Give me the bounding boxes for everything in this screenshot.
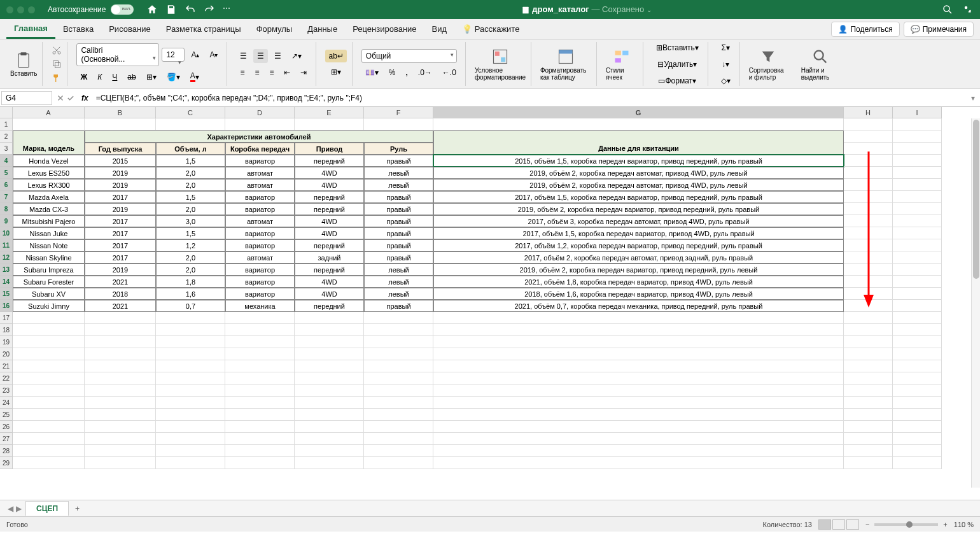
- cell[interactable]: [364, 384, 433, 397]
- cell[interactable]: Nissan Note: [13, 239, 85, 251]
- cell[interactable]: передний: [295, 191, 364, 203]
- cell[interactable]: [844, 397, 893, 409]
- inc-dec-icon[interactable]: .0→: [414, 66, 436, 80]
- indent-dec-icon[interactable]: ⇤: [280, 66, 294, 80]
- cell[interactable]: правый: [364, 239, 433, 251]
- cell[interactable]: [85, 397, 156, 409]
- cell[interactable]: [295, 348, 364, 360]
- cell[interactable]: [893, 384, 942, 397]
- cell[interactable]: [85, 336, 156, 348]
- view-buttons[interactable]: [818, 519, 859, 530]
- cell[interactable]: [85, 118, 156, 130]
- cell[interactable]: [225, 118, 295, 130]
- cell[interactable]: Марка, модель: [13, 143, 85, 155]
- tab-data[interactable]: Данные: [300, 20, 345, 38]
- cell[interactable]: [844, 324, 893, 336]
- column-headers[interactable]: ABCDEFGHI: [13, 107, 942, 118]
- cell[interactable]: левый: [364, 264, 433, 276]
- cell[interactable]: 0,7: [156, 300, 225, 312]
- cell[interactable]: [225, 433, 295, 445]
- cell[interactable]: Mazda CX-3: [13, 203, 85, 215]
- cell[interactable]: 2,0: [156, 203, 225, 215]
- cell[interactable]: 4WD: [295, 276, 364, 288]
- cell[interactable]: 1,8: [156, 276, 225, 288]
- cell[interactable]: [844, 445, 893, 457]
- cell[interactable]: [225, 336, 295, 348]
- row-headers[interactable]: 1234567891011121314151617181920212223242…: [0, 118, 13, 469]
- cell[interactable]: [844, 421, 893, 433]
- cell[interactable]: 1,6: [156, 288, 225, 300]
- cell[interactable]: [85, 445, 156, 457]
- cell[interactable]: 2019, объём 2, коробка передач автомат, …: [433, 167, 844, 179]
- fill-color-button[interactable]: 🪣▾: [163, 70, 184, 84]
- cell[interactable]: [433, 433, 844, 445]
- cell[interactable]: 2017, объём 1,5, коробка передач вариато…: [433, 227, 844, 239]
- cell[interactable]: 2019, объём 2, коробка передач вариатор,…: [433, 203, 844, 215]
- cell[interactable]: левый: [364, 288, 433, 300]
- sort-filter-button[interactable]: Сортировка и фильтр: [749, 48, 787, 81]
- fill-icon[interactable]: ↓▾: [717, 57, 734, 71]
- cell[interactable]: Subaru Impreza: [13, 264, 85, 276]
- cell[interactable]: [433, 324, 844, 336]
- cell[interactable]: [156, 457, 225, 469]
- cell[interactable]: [893, 227, 942, 239]
- underline-button[interactable]: Ч: [108, 70, 121, 84]
- cell[interactable]: [893, 179, 942, 191]
- format-painter-icon[interactable]: [52, 73, 62, 83]
- cell-styles-button[interactable]: Стили ячеек: [606, 48, 638, 81]
- cell[interactable]: автомат: [225, 179, 295, 191]
- cell[interactable]: [156, 397, 225, 409]
- cell[interactable]: [433, 118, 844, 130]
- cell[interactable]: 2017: [85, 227, 156, 239]
- cell[interactable]: [844, 457, 893, 469]
- cell[interactable]: передний: [295, 203, 364, 215]
- indent-inc-icon[interactable]: ⇥: [297, 66, 311, 80]
- cell[interactable]: [13, 409, 85, 421]
- undo-icon[interactable]: [185, 4, 196, 15]
- cell[interactable]: [85, 421, 156, 433]
- cell[interactable]: вариатор: [225, 227, 295, 239]
- cell[interactable]: автомат: [225, 251, 295, 264]
- cell[interactable]: [893, 288, 942, 300]
- redo-icon[interactable]: [204, 4, 215, 15]
- tab-home[interactable]: Главная: [6, 20, 55, 39]
- save-icon[interactable]: [165, 4, 177, 15]
- cell[interactable]: [893, 457, 942, 469]
- cell[interactable]: 1,5: [156, 155, 225, 167]
- cell[interactable]: [295, 372, 364, 384]
- cell[interactable]: Привод: [295, 143, 364, 155]
- cell[interactable]: правый: [364, 191, 433, 203]
- cell[interactable]: [225, 312, 295, 324]
- cell[interactable]: [13, 457, 85, 469]
- cell[interactable]: [433, 457, 844, 469]
- cell[interactable]: [364, 312, 433, 324]
- cell[interactable]: вариатор: [225, 264, 295, 276]
- cell[interactable]: [85, 324, 156, 336]
- cell[interactable]: передний: [295, 300, 364, 312]
- percent-icon[interactable]: %: [385, 66, 400, 80]
- cell[interactable]: [85, 372, 156, 384]
- cell[interactable]: [85, 348, 156, 360]
- cell[interactable]: [433, 421, 844, 433]
- cell[interactable]: [85, 457, 156, 469]
- cell[interactable]: [13, 118, 85, 130]
- cell[interactable]: [364, 324, 433, 336]
- cell[interactable]: [156, 409, 225, 421]
- cell[interactable]: [893, 276, 942, 288]
- cell[interactable]: [364, 421, 433, 433]
- cell[interactable]: Год выпуска: [85, 143, 156, 155]
- cell[interactable]: [893, 324, 942, 336]
- share-button[interactable]: 👤Поделиться: [831, 22, 899, 37]
- cell[interactable]: 1,2: [156, 239, 225, 251]
- cell[interactable]: правый: [364, 155, 433, 167]
- cell[interactable]: [225, 409, 295, 421]
- cell[interactable]: Характеристики автомобилей: [85, 130, 433, 143]
- cell[interactable]: [364, 336, 433, 348]
- cell[interactable]: левый: [364, 179, 433, 191]
- toggle-switch[interactable]: вкл.: [111, 4, 134, 15]
- cell[interactable]: 2017: [85, 239, 156, 251]
- format-table-button[interactable]: Форматировать как таблицу: [540, 48, 591, 81]
- window-controls[interactable]: [6, 6, 35, 13]
- cell[interactable]: [156, 445, 225, 457]
- cell[interactable]: [156, 384, 225, 397]
